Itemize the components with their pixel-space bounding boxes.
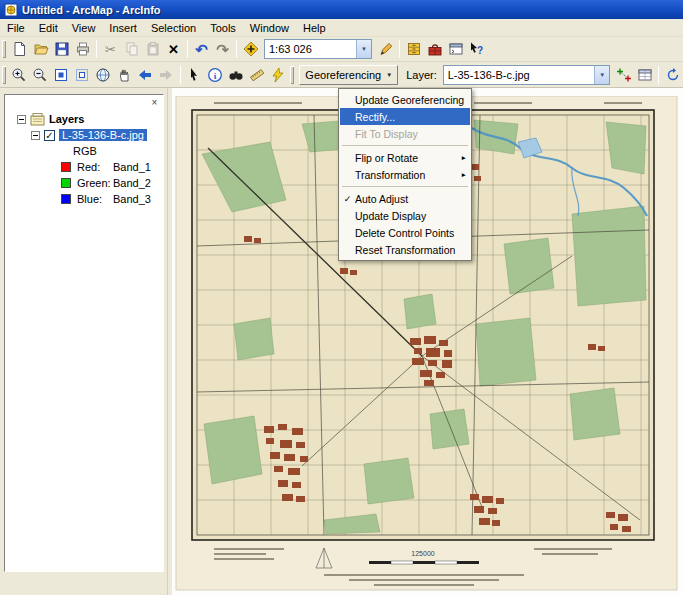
menu-bar: File Edit View Insert Selection Tools Wi… — [0, 19, 683, 37]
cut-button[interactable]: ✂ — [100, 39, 121, 60]
arctoolbox-button[interactable] — [424, 39, 445, 60]
menu-item-update-georeferencing[interactable]: Update Georeferencing — [340, 91, 470, 108]
georeferencing-menu: Update Georeferencing Rectify... Fit To … — [338, 88, 472, 261]
hyperlink-button[interactable] — [267, 64, 288, 85]
zoom-out-button[interactable] — [30, 64, 51, 85]
editor-pencil-icon — [378, 41, 394, 57]
paste-clipboard-icon — [145, 41, 161, 57]
menu-item-transformation[interactable]: Transformation ► — [340, 166, 470, 183]
title-bar[interactable]: Untitled - ArcMap - ArcInfo — [0, 0, 683, 19]
georeferencing-menu-button[interactable]: Georeferencing ▼ — [299, 65, 398, 85]
data-frame-icon — [30, 112, 46, 126]
command-line-button[interactable] — [445, 39, 466, 60]
redo-button[interactable]: ↷ — [212, 39, 233, 60]
full-extent-button[interactable] — [93, 64, 114, 85]
band-color-swatch[interactable] — [61, 194, 71, 204]
zoom-out-icon — [32, 67, 48, 83]
add-data-button[interactable] — [240, 39, 261, 60]
layer-combo[interactable]: L-35-136-B-c.jpg ▼ — [443, 65, 611, 85]
svg-text:125000: 125000 — [411, 550, 434, 557]
open-folder-icon — [33, 41, 49, 57]
menu-item-fit-to-display[interactable]: Fit To Display — [340, 125, 470, 142]
find-button[interactable] — [226, 64, 247, 85]
menu-selection[interactable]: Selection — [144, 21, 203, 35]
print-button[interactable] — [72, 39, 93, 60]
open-button[interactable] — [30, 39, 51, 60]
band-value: Band_3 — [113, 193, 151, 205]
layer-combo-dropdown[interactable]: ▼ — [594, 66, 609, 84]
full-extent-globe-icon — [95, 67, 111, 83]
view-link-table-button[interactable] — [634, 64, 655, 85]
menu-item-delete-control-points[interactable]: Delete Control Points — [340, 224, 470, 241]
redo-arrow-icon: ↷ — [216, 42, 229, 57]
toolbar-separator — [180, 66, 181, 84]
toc-map-splitter[interactable] — [164, 88, 172, 595]
chevron-down-icon: ▼ — [386, 72, 392, 78]
selected-layer-name[interactable]: L-35-136-B-c.jpg — [59, 129, 147, 141]
layer-visibility-checkbox[interactable]: ✓ — [44, 130, 55, 141]
toc-layers-row[interactable]: Layers — [5, 111, 163, 127]
undo-button[interactable]: ↶ — [191, 39, 212, 60]
window-title: Untitled - ArcMap - ArcInfo — [22, 4, 161, 16]
menu-item-auto-adjust[interactable]: ✓ Auto Adjust — [340, 190, 470, 207]
measure-button[interactable] — [246, 64, 267, 85]
add-control-points-icon — [616, 67, 632, 83]
menu-tools[interactable]: Tools — [203, 21, 243, 35]
measure-ruler-icon — [249, 67, 265, 83]
whats-this-button[interactable]: ? — [466, 39, 487, 60]
toc-band-row-red: Red: Band_1 — [5, 159, 163, 175]
forward-extent-button[interactable] — [156, 64, 177, 85]
scale-combo[interactable]: 1:63 026 ▼ — [264, 39, 372, 59]
select-elements-button[interactable] — [184, 64, 205, 85]
menu-view[interactable]: View — [65, 21, 103, 35]
arccatalog-button[interactable] — [403, 39, 424, 60]
menu-separator — [342, 186, 468, 187]
menu-item-update-display[interactable]: Update Display — [340, 207, 470, 224]
new-map-button[interactable] — [9, 39, 30, 60]
rotate-tool-button[interactable] — [662, 64, 683, 85]
band-label: Blue: — [77, 193, 113, 205]
zoom-in-button[interactable] — [9, 64, 30, 85]
menu-item-reset-transformation[interactable]: Reset Transformation — [340, 241, 470, 258]
menu-item-rectify[interactable]: Rectify... — [340, 108, 470, 125]
band-color-swatch[interactable] — [61, 178, 71, 188]
svg-text:?: ? — [476, 45, 482, 56]
whats-this-icon: ? — [469, 41, 485, 57]
menu-edit[interactable]: Edit — [32, 21, 65, 35]
identify-icon: i — [207, 67, 223, 83]
copy-icon — [124, 41, 140, 57]
menu-file[interactable]: File — [0, 21, 32, 35]
save-button[interactable] — [51, 39, 72, 60]
rotate-tool-icon — [665, 67, 681, 83]
toolbar-grip[interactable] — [2, 40, 6, 58]
paste-button[interactable] — [142, 39, 163, 60]
menu-help[interactable]: Help — [296, 21, 333, 35]
collapse-icon[interactable] — [17, 115, 26, 124]
band-value: Band_1 — [113, 161, 151, 173]
standard-toolbar: ✂ ✕ ↶ ↷ — [0, 37, 683, 62]
toc-close-button[interactable]: × — [148, 96, 161, 109]
back-extent-button[interactable] — [135, 64, 156, 85]
copy-button[interactable] — [121, 39, 142, 60]
band-value: Band_2 — [113, 177, 151, 189]
menu-insert[interactable]: Insert — [102, 21, 144, 35]
menu-item-flip-or-rotate[interactable]: Flip or Rotate ► — [340, 149, 470, 166]
pan-button[interactable] — [114, 64, 135, 85]
link-table-icon — [637, 67, 653, 83]
add-control-points-button[interactable] — [613, 64, 634, 85]
menu-window[interactable]: Window — [243, 21, 296, 35]
identify-button[interactable]: i — [205, 64, 226, 85]
toc-layer-row[interactable]: ✓ L-35-136-B-c.jpg — [5, 127, 163, 143]
zoom-in-icon — [11, 67, 27, 83]
fixed-zoom-in-button[interactable] — [51, 64, 72, 85]
scale-combo-dropdown[interactable]: ▼ — [356, 40, 371, 58]
editor-toolbar-button[interactable] — [375, 39, 396, 60]
band-color-swatch[interactable] — [61, 162, 71, 172]
toolbar-grip[interactable] — [2, 66, 6, 84]
toolbar-grip[interactable] — [290, 66, 294, 84]
find-binoculars-icon — [228, 67, 244, 83]
collapse-icon[interactable] — [31, 131, 40, 140]
arcmap-app-icon — [4, 3, 18, 17]
delete-button[interactable]: ✕ — [163, 39, 184, 60]
fixed-zoom-out-button[interactable] — [72, 64, 93, 85]
